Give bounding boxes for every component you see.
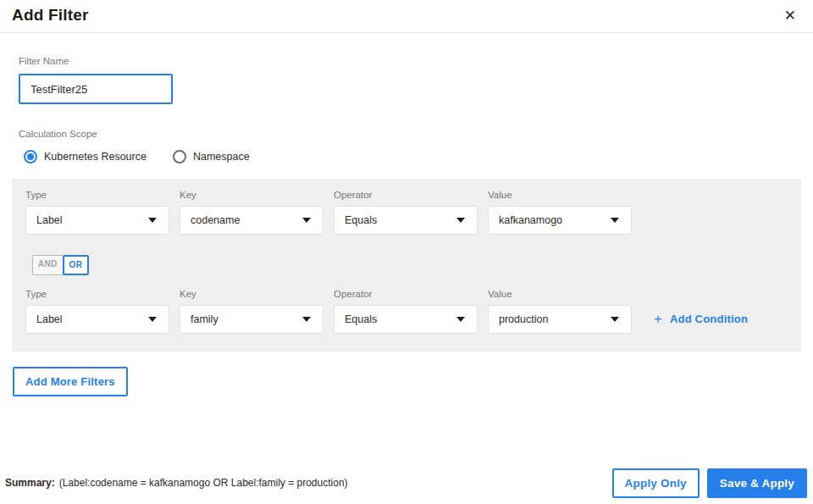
chevron-down-icon: [148, 317, 157, 322]
condition-operator-column: Operator Equals: [334, 190, 478, 235]
value-label: Value: [488, 190, 632, 200]
type-dropdown[interactable]: Label: [25, 305, 169, 334]
conditions-panel: Type Label Key codename Operator Equals …: [12, 179, 801, 352]
radio-namespace[interactable]: Namespace: [168, 150, 250, 163]
chevron-down-icon: [456, 218, 465, 223]
condition-type-column: Type Label: [25, 190, 169, 235]
or-toggle-button[interactable]: OR: [63, 255, 90, 275]
radio-label: Namespace: [193, 151, 250, 163]
type-label: Type: [25, 289, 169, 299]
chevron-down-icon: [456, 317, 465, 322]
dialog-header: Add Filter ✕: [0, 0, 813, 33]
value-label: Value: [488, 289, 632, 299]
radio-unselected-icon[interactable]: [173, 150, 186, 163]
condition-value-column: Value kafkanamogo: [488, 190, 632, 235]
key-dropdown-value: codename: [191, 214, 240, 226]
key-dropdown-value: family: [191, 313, 218, 325]
condition-operator-column: Operator Equals: [334, 289, 478, 334]
summary-label: Summary:: [5, 477, 55, 489]
save-and-apply-button[interactable]: Save & Apply: [707, 468, 807, 498]
operator-dropdown[interactable]: Equals: [334, 206, 478, 235]
add-condition-label: Add Condition: [670, 313, 748, 325]
condition-row-1: Type Label Key codename Operator Equals …: [25, 190, 788, 235]
plus-icon: +: [654, 312, 662, 326]
condition-type-column: Type Label: [25, 289, 169, 334]
key-label: Key: [180, 190, 324, 200]
add-more-filters-button[interactable]: Add More Filters: [13, 367, 128, 396]
value-dropdown-value: kafkanamogo: [499, 214, 562, 226]
close-icon[interactable]: ✕: [781, 7, 799, 25]
and-toggle-button[interactable]: AND: [32, 255, 63, 275]
condition-key-column: Key codename: [180, 190, 324, 235]
summary-text: (Label:codename = kafkanamogo OR Label:f…: [59, 477, 348, 489]
chevron-down-icon: [302, 218, 311, 223]
operator-dropdown-value: Equals: [345, 214, 377, 226]
add-condition-link[interactable]: + Add Condition: [654, 312, 748, 326]
filter-name-section: Filter Name: [19, 56, 813, 104]
condition-value-column: Value production: [488, 289, 632, 334]
footer-buttons: Apply Only Save & Apply: [612, 468, 807, 498]
filter-name-input[interactable]: [19, 74, 173, 104]
summary: Summary:(Label:codename = kafkanamogo OR…: [5, 477, 348, 490]
calculation-scope-options: Kubernetes Resource Namespace: [19, 150, 813, 163]
apply-only-button[interactable]: Apply Only: [612, 468, 700, 498]
page-title: Add Filter: [12, 6, 89, 25]
condition-key-column: Key family: [180, 289, 324, 334]
key-dropdown[interactable]: codename: [180, 206, 324, 235]
calculation-scope-section: Calculation Scope Kubernetes Resource Na…: [19, 129, 813, 163]
logic-operator-toggle: AND OR: [32, 255, 89, 275]
value-dropdown-value: production: [499, 313, 548, 325]
radio-selected-icon[interactable]: [24, 150, 37, 163]
value-dropdown[interactable]: kafkanamogo: [488, 206, 632, 235]
value-dropdown[interactable]: production: [488, 305, 632, 334]
operator-label: Operator: [334, 190, 478, 200]
type-dropdown-value: Label: [36, 214, 63, 226]
radio-kubernetes-resource[interactable]: Kubernetes Resource: [19, 150, 147, 163]
key-label: Key: [180, 289, 324, 299]
key-dropdown[interactable]: family: [180, 305, 324, 334]
type-dropdown[interactable]: Label: [25, 206, 169, 235]
type-label: Type: [25, 190, 169, 200]
dialog-footer: Summary:(Label:codename = kafkanamogo OR…: [5, 468, 807, 498]
chevron-down-icon: [611, 317, 619, 322]
operator-label: Operator: [334, 289, 478, 299]
operator-dropdown-value: Equals: [345, 313, 377, 325]
calculation-scope-label: Calculation Scope: [19, 129, 813, 139]
condition-row-2: Type Label Key family Operator Equals Va…: [25, 289, 788, 334]
filter-name-label: Filter Name: [19, 56, 813, 66]
radio-label: Kubernetes Resource: [44, 151, 147, 163]
chevron-down-icon: [611, 218, 619, 223]
type-dropdown-value: Label: [36, 313, 63, 325]
chevron-down-icon: [148, 218, 157, 223]
operator-dropdown[interactable]: Equals: [334, 305, 478, 334]
chevron-down-icon: [302, 317, 311, 322]
